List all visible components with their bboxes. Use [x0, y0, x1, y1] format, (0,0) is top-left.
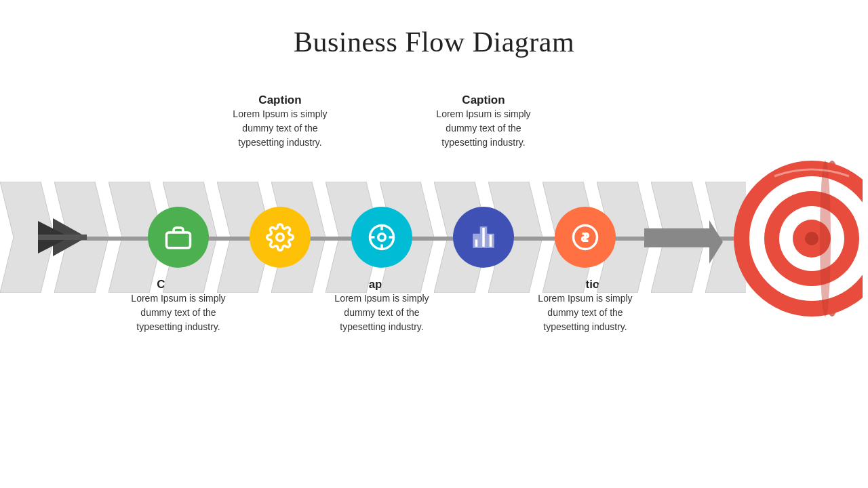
node-gear: [250, 207, 311, 268]
svg-point-28: [805, 232, 818, 245]
slide: Business Flow Diagram Caption Lorem: [0, 0, 868, 488]
svg-point-13: [378, 234, 386, 241]
node-dollar: [555, 207, 616, 268]
arrow-right-tip: [644, 228, 712, 247]
svg-point-7: [277, 234, 284, 241]
svg-rect-17: [474, 235, 479, 247]
bullseye-target: [707, 136, 863, 339]
slide-title: Business Flow Diagram: [0, 0, 868, 58]
arrow-left-icon: [33, 218, 87, 256]
svg-point-29: [820, 161, 831, 317]
node-briefcase: [148, 207, 209, 268]
node-chart: [453, 207, 514, 268]
caption-above-4: Caption Lorem Ipsum is simply dummy text…: [429, 94, 538, 150]
svg-rect-19: [488, 235, 493, 247]
svg-rect-18: [481, 228, 486, 247]
node-crosshair: [351, 207, 412, 268]
svg-rect-5: [167, 232, 191, 248]
svg-rect-4: [38, 235, 87, 240]
caption-above-2: Caption Lorem Ipsum is simply dummy text…: [226, 94, 334, 150]
